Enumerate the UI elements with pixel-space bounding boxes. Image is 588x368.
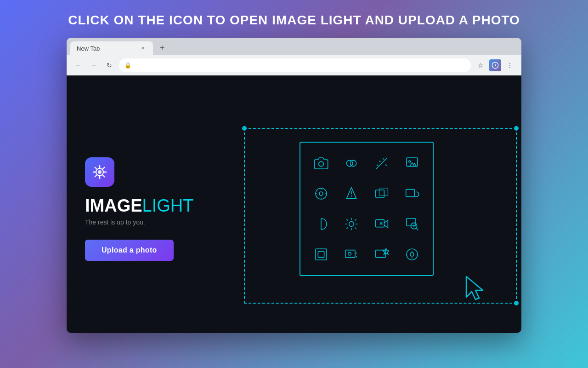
app-name-bold: IMAGE <box>85 196 142 215</box>
svg-point-2 <box>98 170 102 174</box>
menu-icon: ⋮ <box>507 62 513 69</box>
corner-dot-br <box>514 301 519 305</box>
svg-line-23 <box>347 228 348 229</box>
svg-line-24 <box>355 219 356 221</box>
tab-bar: New Tab × + <box>67 38 521 55</box>
icon-grid <box>310 152 424 266</box>
camera-icon <box>310 152 333 175</box>
bookmark-button[interactable]: ☆ <box>475 59 486 71</box>
browser-window: New Tab × + ← → ↻ 🔒 ☆ <box>67 38 521 333</box>
coin-icon <box>401 243 424 266</box>
film-cross-icon <box>370 213 393 236</box>
nav-bar: ← → ↻ 🔒 ☆ <box>67 55 521 75</box>
app-tagline: The rest is up to you. <box>85 218 145 226</box>
settings-circle-icon <box>310 182 333 205</box>
svg-point-5 <box>351 160 356 166</box>
address-bar[interactable]: 🔒 <box>119 58 471 72</box>
svg-point-4 <box>347 160 353 166</box>
app-name: IMAGELIGHT <box>85 196 193 216</box>
back-icon: ← <box>75 62 81 69</box>
tab-close-button[interactable]: × <box>139 45 147 52</box>
browser-chrome: New Tab × + ← → ↻ 🔒 ☆ <box>67 38 521 75</box>
gallery-cloud-icon <box>401 182 424 205</box>
extension-icon[interactable] <box>489 59 501 71</box>
sun-icon <box>340 213 363 236</box>
svg-rect-33 <box>316 249 327 260</box>
icon-grid-box <box>300 142 434 276</box>
upload-photo-button[interactable]: Upload a photo <box>85 240 174 261</box>
browser-content: IMAGELIGHT The rest is up to you. Upload… <box>67 75 521 333</box>
corner-dot-tl <box>242 126 247 131</box>
lock-icon: 🔒 <box>124 62 131 69</box>
svg-point-36 <box>348 252 351 255</box>
forward-icon: → <box>90 62 97 69</box>
browser-tab[interactable]: New Tab × <box>70 41 153 55</box>
triangle-arrows-icon <box>340 182 363 205</box>
branding-section: IMAGELIGHT The rest is up to you. Upload… <box>85 157 193 261</box>
instruction-bar: CLICK ON THE ICON TO OPEN IMAGE LIGHT AN… <box>0 0 588 38</box>
image-zoom-icon <box>401 213 424 236</box>
svg-point-8 <box>409 161 411 162</box>
forward-button[interactable]: → <box>88 59 100 71</box>
bookmark-icon: ☆ <box>478 62 484 69</box>
svg-point-3 <box>319 161 324 167</box>
svg-rect-35 <box>345 250 355 258</box>
svg-point-9 <box>316 188 327 199</box>
svg-line-30 <box>417 228 418 230</box>
image-settings-icon <box>340 243 363 266</box>
new-tab-button[interactable]: + <box>156 41 169 54</box>
app-name-light: LIGHT <box>142 196 194 215</box>
svg-point-39 <box>407 249 418 260</box>
image-stars-icon <box>370 243 393 266</box>
menu-button[interactable]: ⋮ <box>504 59 516 71</box>
svg-point-16 <box>349 222 354 227</box>
cursor-arrow <box>457 270 494 308</box>
svg-rect-13 <box>379 188 388 196</box>
svg-line-6 <box>376 158 387 169</box>
reload-button[interactable]: ↻ <box>103 59 115 71</box>
svg-rect-25 <box>376 220 384 227</box>
svg-rect-14 <box>406 190 415 197</box>
svg-rect-12 <box>376 190 384 197</box>
icon-panel <box>230 142 503 276</box>
half-circle-icon <box>310 213 333 236</box>
corner-dot-tr <box>514 126 519 131</box>
frame-icon <box>310 243 333 266</box>
svg-point-10 <box>319 192 323 196</box>
svg-rect-34 <box>318 251 324 257</box>
back-button[interactable]: ← <box>72 59 84 71</box>
svg-line-22 <box>355 228 356 229</box>
reload-icon: ↻ <box>107 62 112 69</box>
gallery-multi-icon <box>370 182 393 205</box>
app-icon <box>85 157 114 187</box>
landscape-icon <box>401 152 424 175</box>
instruction-text: CLICK ON THE ICON TO OPEN IMAGE LIGHT AN… <box>18 13 570 28</box>
nav-right-actions: ☆ ⋮ <box>475 59 516 71</box>
svg-line-21 <box>347 219 348 221</box>
svg-marker-38 <box>383 248 389 254</box>
magic-wand-icon <box>370 152 393 175</box>
circles-overlap-icon <box>340 152 363 175</box>
tab-label: New Tab <box>77 45 100 52</box>
